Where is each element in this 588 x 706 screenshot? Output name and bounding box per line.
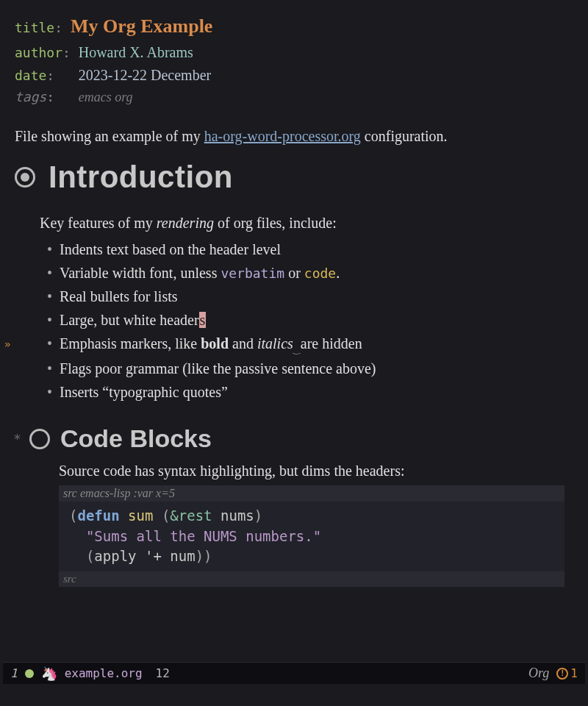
modeline[interactable]: 1 🦄 example.org 12 Org ! 1	[3, 662, 585, 684]
warning-count: 1	[570, 666, 578, 680]
config-link[interactable]: ha-org-word-processor.org	[204, 128, 361, 144]
buffer-name[interactable]: example.org	[65, 666, 143, 680]
meta-tags: tags: emacs org	[15, 87, 573, 108]
doc-title: My Org Example	[71, 15, 213, 37]
editor-area[interactable]: title: My Org Example author: Howard X. …	[0, 0, 588, 662]
src-args: emacs-lisp :var x=5	[77, 487, 175, 499]
intro-paragraph: File showing an example of my ha-org-wor…	[15, 126, 573, 146]
text: of org files, include:	[214, 215, 337, 231]
doc-author: Howard X. Abrams	[79, 44, 193, 60]
heading-text: Code Blocks	[60, 424, 212, 453]
text-italic: rendering	[157, 215, 214, 231]
list-text: Variable width font, unless verbatim or …	[60, 261, 340, 285]
text: configuration.	[361, 128, 448, 144]
src-block-body[interactable]: (defun sum (&rest nums) "Sums all the NU…	[59, 502, 564, 571]
meta-key-title: title	[15, 20, 54, 35]
meta-key-author: author	[15, 45, 62, 60]
src-block-footer: src	[59, 571, 564, 587]
meta-title: title: My Org Example	[15, 12, 573, 41]
list-item: • Large, but white headers	[47, 308, 573, 332]
meta-date: date: 2023-12-22 December	[15, 64, 573, 87]
bullet-icon: •	[47, 308, 52, 332]
cursor: s	[199, 312, 207, 328]
modified-indicator-icon	[25, 669, 34, 678]
bullet-icon: •	[47, 261, 52, 285]
list-item: •Flags poor grammar (like the passive se…	[47, 357, 573, 380]
major-mode[interactable]: Org	[528, 666, 549, 681]
unicorn-icon: 🦄	[41, 666, 57, 681]
list-text: Real bullets for lists	[60, 285, 178, 308]
verbatim-text: verbatim	[220, 265, 284, 281]
warning-icon: !	[556, 668, 568, 680]
heading-bullet-icon	[29, 429, 50, 449]
star-marker: *	[13, 431, 21, 446]
heading-text: Introduction	[49, 160, 233, 195]
text: Key features of my	[40, 215, 157, 231]
heading-introduction[interactable]: Introduction	[15, 160, 573, 195]
meta-author: author: Howard X. Abrams	[15, 41, 573, 64]
feature-list: •Indents text based on the header level …	[15, 238, 573, 404]
bold-text: bold	[201, 335, 229, 352]
doc-date: 2023-12-22 December	[79, 67, 212, 83]
list-item: •Indents text based on the header level	[47, 238, 573, 261]
list-text: Indents text based on the header level	[60, 238, 281, 261]
window-number: 1	[10, 666, 18, 680]
italic-text: italics	[257, 335, 301, 352]
list-text: Large, but white headers	[60, 308, 206, 332]
list-item: • Variable width font, unless verbatim o…	[47, 261, 573, 285]
src-block-header: src emacs-lisp :var x=5	[59, 485, 564, 502]
code-text: code	[304, 265, 336, 281]
meta-key-date: date	[15, 68, 46, 83]
bullet-icon: •	[47, 357, 52, 380]
list-text: Inserts “typographic quotes”	[60, 380, 228, 404]
code-lead: Source code has syntax highlighting, but…	[15, 460, 573, 481]
text: File showing an example of my	[15, 128, 204, 144]
list-item: •Real bullets for lists	[47, 285, 573, 308]
intro-lead: Key features of my rendering of org file…	[15, 213, 573, 233]
heading-bullet-icon	[15, 167, 35, 188]
list-text: Flags poor grammar (like the passive sen…	[60, 357, 376, 380]
bullet-icon: •	[47, 285, 52, 308]
heading-code-blocks[interactable]: * Code Blocks	[15, 424, 573, 453]
fringe-marker-icon: »	[4, 336, 10, 352]
bullet-icon: •	[47, 238, 52, 261]
flycheck-warning[interactable]: ! 1	[556, 666, 578, 680]
meta-key-tags: tags	[15, 89, 46, 104]
bullet-icon: •	[47, 332, 52, 357]
src-keyword: src	[63, 487, 77, 499]
minibuffer[interactable]	[0, 684, 588, 706]
line-number: 12	[156, 666, 170, 680]
list-item: » • Emphasis markers, like bold and ital…	[47, 332, 573, 357]
bullet-icon: •	[47, 380, 52, 404]
doc-tags: emacs org	[79, 90, 133, 104]
list-item: •Inserts “typographic quotes”	[47, 380, 573, 404]
list-text: Emphasis markers, like bold and italicsa…	[60, 332, 362, 357]
src-block[interactable]: src emacs-lisp :var x=5 (defun sum (&res…	[59, 485, 564, 587]
